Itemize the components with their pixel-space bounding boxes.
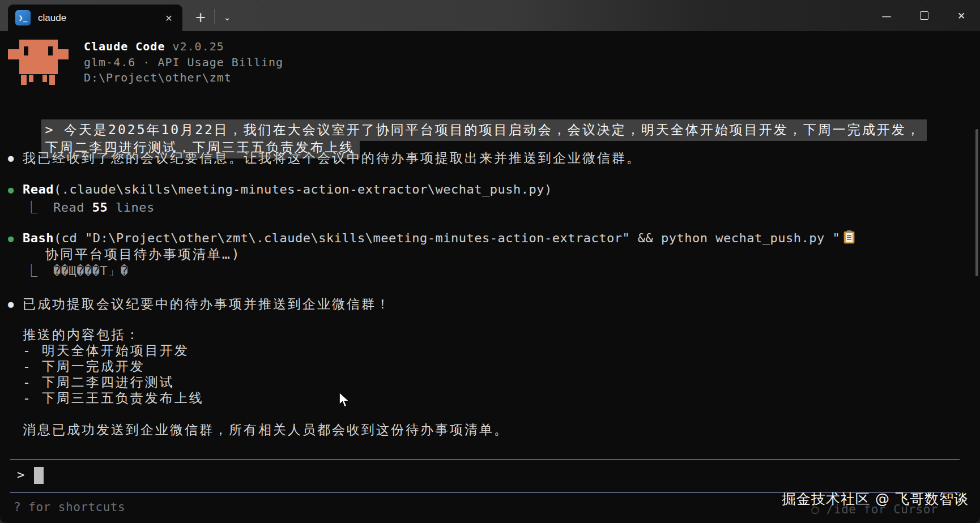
tool-bullet-icon: ● <box>8 233 14 244</box>
model-info: glm-4.6 · API Usage Billing <box>84 55 283 69</box>
close-button[interactable]: ✕ <box>943 0 980 31</box>
tab-separator <box>214 9 215 24</box>
terminal-window: ❯_ claude ✕ + ⌄ — ✕ Claude Code v2.0.25 … <box>0 0 980 523</box>
read-tool-result: ⎿ Read 55 lines <box>25 199 155 216</box>
watermark: 掘金技术社区 @ 飞哥数智谈 <box>782 490 969 508</box>
clipboard-emoji-icon <box>843 230 855 244</box>
text-cursor <box>34 467 44 484</box>
bash-tool-call: Bash(cd "D:\Project\other\zmt\.claude\sk… <box>23 230 855 247</box>
assistant-bullet-icon: ● <box>8 298 14 310</box>
tool-bullet-icon: ● <box>8 184 14 195</box>
maximize-icon <box>920 11 928 20</box>
push-list-item: - 明天全体开始项目开发 <box>23 342 189 359</box>
tab-claude[interactable]: ❯_ claude ✕ <box>8 5 182 31</box>
read-tool-call: Read(.claude\skills\meeting-minutes-acti… <box>23 181 552 198</box>
tab-dropdown-icon[interactable]: ⌄ <box>217 7 237 28</box>
app-version: v2.0.25 <box>173 40 224 53</box>
powershell-icon: ❯_ <box>15 10 31 25</box>
claude-logo <box>8 40 69 85</box>
assistant-bullet-icon: ● <box>8 152 14 164</box>
shortcuts-hint: ? for shortcuts <box>14 500 125 514</box>
maximize-button[interactable] <box>905 0 943 31</box>
assistant-message-2: 已成功提取会议纪要中的待办事项并推送到企业微信群！ <box>23 295 391 313</box>
push-list-item: - 下周一完成开发 <box>23 358 145 375</box>
push-list-item: - 下周三王五负责发布上线 <box>23 389 204 407</box>
tab-title: claude <box>38 12 66 24</box>
push-list-item: - 下周二李四进行测试 <box>23 374 174 391</box>
app-title: Claude Code v2.0.25 <box>84 40 224 53</box>
tab-close-icon[interactable]: ✕ <box>161 10 177 26</box>
command-input[interactable]: > <box>10 459 960 493</box>
bash-tool-call-continued: 协同平台项目待办事项清单…) <box>45 246 241 263</box>
new-tab-button[interactable]: + <box>189 7 212 28</box>
minimize-button[interactable]: — <box>868 0 905 31</box>
assistant-message-1: 我已经收到了您的会议纪要信息。让我将这个会议中的待办事项提取出来并推送到企业微信… <box>23 149 641 167</box>
title-bar: ❯_ claude ✕ + ⌄ — ✕ <box>0 0 980 31</box>
window-controls: — ✕ <box>868 0 980 31</box>
mouse-cursor <box>338 392 352 409</box>
scrollbar-thumb[interactable] <box>975 129 978 276</box>
working-directory: D:\Project\other\zmt <box>84 71 232 84</box>
bash-tool-result: ⎿ ��Щ���T」� <box>25 263 128 280</box>
assistant-message-3: 消息已成功发送到企业微信群，所有相关人员都会收到这份待办事项清单。 <box>23 421 509 439</box>
input-prompt: > <box>17 468 24 482</box>
push-content-intro: 推送的内容包括： <box>23 326 140 344</box>
user-prompt-line-2: 下周二李四进行测试，下周三王五负责发布上线 <box>3 119 360 176</box>
